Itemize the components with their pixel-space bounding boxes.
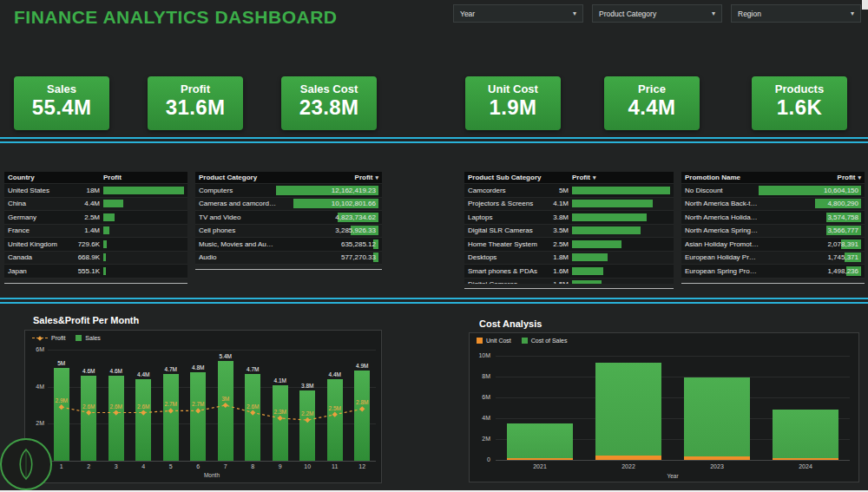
table-row[interactable]: Camcorders5M xyxy=(464,184,674,198)
row-label: United States xyxy=(8,187,74,194)
table-row[interactable]: United Kingdom729.6K xyxy=(4,238,187,252)
table-row[interactable]: Digital SLR Cameras3.5M xyxy=(464,225,674,239)
row-value: 1,745,371 xyxy=(827,253,858,262)
table-row[interactable]: Asian Holiday Promotion2,078,391 xyxy=(681,238,865,252)
row-value: 1.4M xyxy=(74,226,103,234)
table-row[interactable]: Desktops1.8M xyxy=(464,252,674,266)
sort-arrow-icon: ▾ xyxy=(593,174,596,180)
x-axis-label: 9 xyxy=(266,463,294,469)
table-row[interactable]: Canada668.9K xyxy=(4,252,187,266)
cost-of-sales-bar[interactable] xyxy=(595,363,661,456)
table-row[interactable]: France1.4M xyxy=(4,225,187,239)
unit-cost-bar[interactable] xyxy=(773,458,838,460)
data-bar xyxy=(103,240,107,248)
x-axis-label: 2023 xyxy=(673,463,761,469)
kpi-card-profit[interactable]: Profit31.6M xyxy=(148,76,243,130)
table-row[interactable]: Digital Cameras1.5M xyxy=(464,279,674,285)
row-value: 18M xyxy=(74,187,103,194)
x-axis-label: 10 xyxy=(294,463,322,469)
legend-item-cost-of-sales[interactable]: Cost of Sales xyxy=(522,338,568,344)
column-header[interactable]: Profit▾ xyxy=(572,174,670,181)
column-header[interactable]: Product Sub Category xyxy=(468,174,572,181)
row-label: Audio xyxy=(199,253,276,261)
kpi-card-sales-cost[interactable]: Sales Cost23.8M xyxy=(281,76,377,130)
table-row[interactable]: Projectors & Screens4.1M xyxy=(464,198,674,212)
x-axis-label: 2022 xyxy=(584,463,673,469)
y-axis-label: 2M xyxy=(473,436,490,442)
table-row[interactable]: No Discount10,604,150 xyxy=(681,184,865,198)
table-row[interactable]: European Holiday Promotion1,745,371 xyxy=(681,252,865,266)
table-row[interactable]: North America Back-to-Scho...4,800,290 xyxy=(681,198,865,212)
table-row[interactable]: Music, Movies and Audio Bo...635,285.12 xyxy=(195,238,382,252)
column-header[interactable]: Promotion Name xyxy=(685,174,759,181)
table-row[interactable]: Cell phones3,285,926.33 xyxy=(195,225,382,239)
row-label: Digital Cameras xyxy=(468,280,546,284)
unit-cost-bar[interactable] xyxy=(684,456,750,460)
kpi-card-unit-cost[interactable]: Unit Cost1.9M xyxy=(465,76,561,130)
unit-cost-bar[interactable] xyxy=(507,458,573,460)
x-axis-title: Month xyxy=(48,472,376,478)
table-row[interactable]: Laptops3.8M xyxy=(464,211,674,225)
data-bar-track xyxy=(103,253,184,261)
column-header[interactable]: Product Category xyxy=(199,174,276,181)
cost-of-sales-bar[interactable] xyxy=(684,377,750,456)
line-value-label: 2.6M xyxy=(110,403,122,410)
column-header[interactable]: Country xyxy=(8,174,103,181)
dashed-line-icon xyxy=(32,335,48,341)
legend-item-sales[interactable]: Sales xyxy=(76,335,101,341)
table-row[interactable]: Japan555.1K xyxy=(4,265,187,279)
kpi-value: 1.6K xyxy=(752,95,847,120)
row-value-cell: 3,574,758 xyxy=(759,213,861,222)
column-header[interactable]: Profit xyxy=(103,174,184,181)
table-row[interactable]: Smart phones & PDAs1.6M xyxy=(464,265,674,279)
sort-arrow-icon: ▾ xyxy=(858,174,861,180)
x-axis-label: 5 xyxy=(157,463,185,469)
table-product-sub-category: Product Sub CategoryProfit▾Camcorders5MP… xyxy=(464,172,674,284)
table-row[interactable]: Audio577,270.33 xyxy=(195,252,382,266)
profit-marker-icon xyxy=(359,406,365,411)
table-row[interactable]: China4.4M xyxy=(4,198,187,212)
table-row[interactable]: North America Holiday Pro...3,574,758 xyxy=(681,211,865,225)
row-value: 4,823,734.62 xyxy=(335,213,376,222)
legend-item-profit[interactable]: Profit xyxy=(32,335,65,341)
kpi-card-products[interactable]: Products1.6K xyxy=(752,76,847,130)
table-row[interactable]: North America Spring Prom...3,566,777 xyxy=(681,225,865,239)
row-label: European Spring Promotion xyxy=(685,267,759,275)
profit-marker-icon xyxy=(278,416,283,421)
column-header[interactable]: Profit▾ xyxy=(276,174,378,181)
kpi-card-sales[interactable]: Sales55.4M xyxy=(14,76,109,130)
y-axis-label: 6M xyxy=(473,394,490,400)
table-row[interactable]: Germany2.5M xyxy=(4,211,187,225)
row-value-cell: 1,745,371 xyxy=(759,253,861,262)
row-label: Asian Holiday Promotion xyxy=(685,240,759,248)
profit-marker-icon xyxy=(223,403,228,408)
unit-cost-bar[interactable] xyxy=(595,456,661,460)
filter-dropdown-region[interactable]: Region▾ xyxy=(731,4,861,23)
kpi-card-price[interactable]: Price4.4M xyxy=(604,76,700,130)
y-axis-label: 0 xyxy=(473,456,490,462)
filter-dropdown-year[interactable]: Year▾ xyxy=(453,4,583,23)
cost-of-sales-bar[interactable] xyxy=(773,410,838,457)
section-divider xyxy=(0,137,868,143)
filter-dropdown-product-category[interactable]: Product Category▾ xyxy=(592,4,722,23)
cost-analysis-chart-title: Cost Analysis xyxy=(479,318,542,329)
row-value: 2.5M xyxy=(546,240,572,248)
legend-item-unit-cost[interactable]: Unit Cost xyxy=(477,338,511,344)
data-bar-track xyxy=(103,226,184,234)
kpi-label: Sales Cost xyxy=(281,82,377,95)
kpi-label: Unit Cost xyxy=(465,82,561,95)
cost-of-sales-bar[interactable] xyxy=(507,423,573,458)
table-row[interactable]: TV and Video4,823,734.62 xyxy=(195,211,382,225)
table-row[interactable]: Home Theater System2.5M xyxy=(464,238,674,252)
table-row[interactable]: Cameras and camcorders10,102,801.66 xyxy=(195,198,382,212)
column-header[interactable]: Profit▾ xyxy=(759,174,861,181)
table-row[interactable]: European Spring Promotion1,498,236 xyxy=(681,265,865,279)
table-promotion: Promotion NameProfit▾No Discount10,604,1… xyxy=(681,172,865,279)
profit-line[interactable]: 2.9M2.6M2.6M2.6M2.7M2.7M3M2.6M2.3M2.2M2.… xyxy=(48,350,376,461)
table-row[interactable]: Computers12,162,419.23 xyxy=(195,184,382,198)
table-row[interactable]: United States18M xyxy=(4,184,187,198)
x-axis-label: 7 xyxy=(212,463,240,469)
x-axis-line xyxy=(48,461,376,462)
y-axis-label: 10M xyxy=(473,352,490,358)
logo-icon xyxy=(0,436,55,492)
